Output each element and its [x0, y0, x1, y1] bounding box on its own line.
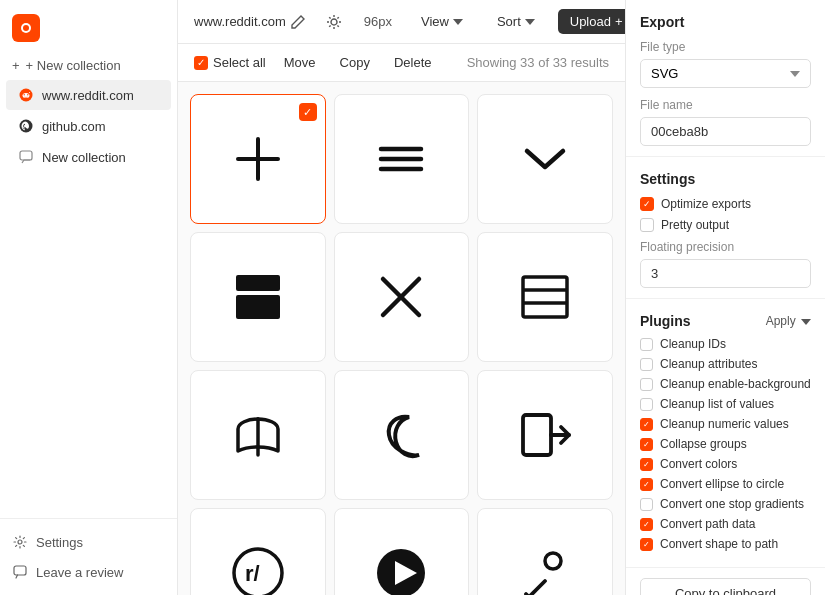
- github-favicon-icon: [18, 118, 34, 134]
- plugin-convert-path-data: ✓ Convert path data: [640, 517, 811, 531]
- chat-icon: [12, 564, 28, 580]
- gear-icon: [12, 534, 28, 550]
- plugin-checkbox[interactable]: ✓: [640, 458, 653, 471]
- svg-rect-27: [236, 275, 280, 291]
- svg-rect-34: [523, 415, 551, 455]
- sun-icon[interactable]: [322, 10, 346, 34]
- settings-title: Settings: [640, 171, 811, 187]
- plugin-label: Cleanup enable-background: [660, 377, 811, 391]
- icon-card-play[interactable]: [334, 508, 470, 595]
- icon-card-book[interactable]: [190, 370, 326, 500]
- new-collection-label: + New collection: [26, 58, 121, 73]
- zoom-level[interactable]: 96px: [358, 12, 398, 31]
- icon-card-close[interactable]: [334, 232, 470, 362]
- sidebar-bottom: Settings Leave a review: [0, 518, 177, 595]
- icon-selected-check: ✓: [299, 103, 317, 121]
- plugins-title: Plugins: [640, 313, 691, 329]
- sidebar-item-www-reddit-com[interactable]: www.reddit.com: [6, 80, 171, 110]
- delete-button[interactable]: Delete: [388, 52, 438, 73]
- plugin-checkbox[interactable]: ✓: [640, 518, 653, 531]
- sidebar-top: [0, 0, 177, 52]
- plugin-label: Convert one stop gradients: [660, 497, 804, 511]
- view-button[interactable]: View: [410, 8, 474, 35]
- copy-button[interactable]: Copy: [334, 52, 376, 73]
- settings-section: Settings ✓ Optimize exports Pretty outpu…: [626, 157, 825, 299]
- plugin-checkbox[interactable]: [640, 358, 653, 371]
- export-section: Export File type SVG PNG JPG PDF File na…: [626, 0, 825, 157]
- svg-text:r/: r/: [245, 561, 260, 586]
- sidebar-item-new-collection[interactable]: New collection: [6, 142, 171, 172]
- svg-point-2: [23, 25, 29, 31]
- pretty-output-row: Pretty output: [640, 218, 811, 232]
- sidebar-item-label: New collection: [42, 150, 126, 165]
- icon-card-table[interactable]: [477, 232, 613, 362]
- svg-rect-12: [14, 566, 26, 575]
- plugin-convert-shape-to-path: ✓ Convert shape to path: [640, 537, 811, 551]
- sort-button[interactable]: Sort: [486, 8, 546, 35]
- right-panel: Export File type SVG PNG JPG PDF File na…: [625, 0, 825, 595]
- optimize-exports-checkbox[interactable]: ✓: [640, 197, 654, 211]
- plugin-checkbox[interactable]: [640, 338, 653, 351]
- svg-line-21: [329, 25, 330, 26]
- icon-card-chevron-down[interactable]: [477, 94, 613, 224]
- plus-icon: +: [12, 58, 20, 73]
- icon-grid: ✓: [190, 94, 613, 595]
- main-area: www.reddit.com: [178, 0, 625, 595]
- plugin-label: Collapse groups: [660, 437, 747, 451]
- svg-point-40: [545, 553, 561, 569]
- plugin-checkbox[interactable]: ✓: [640, 438, 653, 451]
- plugin-checkbox[interactable]: [640, 398, 653, 411]
- plugin-collapse-groups: ✓ Collapse groups: [640, 437, 811, 451]
- file-name-input[interactable]: [640, 117, 811, 146]
- plugin-cleanup-attributes: Cleanup attributes: [640, 357, 811, 371]
- apply-button[interactable]: Apply: [766, 314, 811, 328]
- plugin-checkbox[interactable]: ✓: [640, 418, 653, 431]
- icon-card-reddit-logo[interactable]: r/: [190, 508, 326, 595]
- icon-grid-container: ✓: [178, 82, 625, 595]
- svg-rect-31: [523, 277, 567, 317]
- icon-card-layout-bottom[interactable]: [190, 232, 326, 362]
- plugin-label: Cleanup numeric values: [660, 417, 789, 431]
- reddit-favicon-icon: [18, 87, 34, 103]
- new-collection-button[interactable]: + + New collection: [0, 52, 177, 79]
- settings-button[interactable]: Settings: [0, 527, 177, 557]
- optimize-exports-row: ✓ Optimize exports: [640, 197, 811, 211]
- move-button[interactable]: Move: [278, 52, 322, 73]
- plugins-section: Plugins Apply Cleanup IDs Cleanup attrib…: [626, 299, 825, 568]
- select-all-button[interactable]: ✓ Select all: [194, 55, 266, 70]
- leave-review-button[interactable]: Leave a review: [0, 557, 177, 587]
- plugin-convert-one-stop-gradients: Convert one stop gradients: [640, 497, 811, 511]
- icon-card-hamburger[interactable]: [334, 94, 470, 224]
- sidebar-item-github-com[interactable]: github.com: [6, 111, 171, 141]
- svg-point-13: [331, 19, 337, 25]
- icon-card-plus[interactable]: ✓: [190, 94, 326, 224]
- plugin-cleanup-enable-background: Cleanup enable-background: [640, 377, 811, 391]
- results-count: Showing 33 of 33 results: [467, 55, 609, 70]
- file-type-select[interactable]: SVG PNG JPG PDF: [640, 59, 811, 88]
- plugin-cleanup-ids: Cleanup IDs: [640, 337, 811, 351]
- icon-card-mic[interactable]: [477, 508, 613, 595]
- plugin-label: Cleanup attributes: [660, 357, 757, 371]
- pencil-icon[interactable]: [286, 10, 310, 34]
- plugin-checkbox[interactable]: [640, 378, 653, 391]
- plugin-checkbox[interactable]: [640, 498, 653, 511]
- pretty-output-checkbox[interactable]: [640, 218, 654, 232]
- icon-card-login[interactable]: [477, 370, 613, 500]
- plugin-label: Convert colors: [660, 457, 737, 471]
- toolbar-url: www.reddit.com: [194, 14, 286, 29]
- svg-rect-10: [20, 151, 32, 160]
- pretty-output-label: Pretty output: [661, 218, 729, 232]
- plugin-label: Cleanup IDs: [660, 337, 726, 351]
- copy-clipboard-button[interactable]: Copy to clipboard: [640, 578, 811, 595]
- svg-rect-28: [236, 295, 280, 319]
- settings-label: Settings: [36, 535, 83, 550]
- plugin-checkbox[interactable]: ✓: [640, 478, 653, 491]
- icon-card-moon[interactable]: [334, 370, 470, 500]
- file-name-label: File name: [640, 98, 811, 112]
- plugins-header: Plugins Apply: [640, 313, 811, 329]
- plugin-checkbox[interactable]: ✓: [640, 538, 653, 551]
- floating-precision-input[interactable]: [640, 259, 811, 288]
- upload-button[interactable]: Upload +: [558, 9, 625, 34]
- select-all-checkbox[interactable]: ✓: [194, 56, 208, 70]
- comment-icon: [18, 149, 34, 165]
